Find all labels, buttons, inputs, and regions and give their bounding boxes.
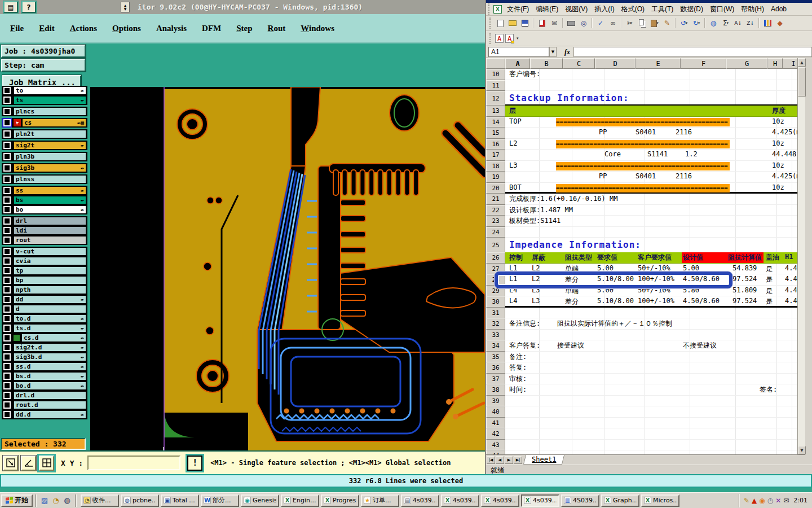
formula-input[interactable]	[573, 47, 812, 57]
row-header-42[interactable]: 42	[486, 428, 505, 440]
excel-menu-6[interactable]: 数据(D)	[677, 3, 706, 15]
cam-menu-windows[interactable]: Windows	[301, 24, 334, 33]
cell-TH13[interactable]: 厚度	[772, 106, 785, 116]
sheet-row-13[interactable]: 层厚度	[505, 106, 805, 117]
cell-C26[interactable]: 阻抗类型	[565, 253, 592, 262]
cell-F27[interactable]: 5.00	[683, 264, 699, 272]
spelling-icon[interactable]: ✓	[595, 18, 606, 29]
layer-row-cs.d[interactable]: cs.d✒	[2, 333, 87, 343]
column-header-C[interactable]: C	[563, 58, 595, 69]
layer-row-d[interactable]: d	[2, 304, 87, 314]
layer-row-rout[interactable]: rout	[2, 235, 87, 245]
cam-menu-edit[interactable]: Edit	[39, 24, 55, 33]
cell-G26[interactable]: 阻抗计算值	[728, 253, 762, 262]
column-header-H[interactable]: H	[767, 58, 783, 69]
cell-A13[interactable]: 层	[509, 106, 516, 116]
pencil-icon[interactable]: ✎	[744, 497, 749, 505]
research-icon[interactable]: ∞	[607, 18, 619, 29]
scheduler-icon[interactable]: ◷	[767, 497, 773, 505]
cell-A23[interactable]: 板材类型:S1141	[509, 216, 561, 226]
row-header-35[interactable]: 35	[486, 352, 505, 363]
sheet-row-44[interactable]	[505, 450, 805, 454]
cut-icon[interactable]: ✂	[624, 18, 636, 29]
layer-row-sig2t[interactable]: sig2t✒	[2, 141, 87, 150]
sheet-row-31[interactable]	[505, 308, 805, 319]
cam-titlebar[interactable]: ▤ ? ▲▼ itor 9.02c2 (00@HY-HYCAM-PC037 - …	[0, 0, 485, 14]
sheet-row-32[interactable]: 备注信息:阻抗以实际计算值的＋／－１０％控制	[505, 318, 805, 330]
layer-checkbox[interactable]	[3, 108, 11, 115]
hyperlink-icon[interactable]: ◍	[708, 18, 719, 29]
row-header-20[interactable]: 20	[486, 183, 505, 194]
layer-checkbox[interactable]	[3, 97, 11, 104]
cell-A35[interactable]: 备注:	[509, 352, 527, 362]
cam-menu-step[interactable]: Step	[236, 24, 252, 33]
row-header-43[interactable]: 43	[486, 440, 505, 451]
cell-B27[interactable]: L2	[532, 264, 540, 272]
cell-E30[interactable]: 100+/-10%	[638, 297, 674, 305]
cell-I26[interactable]: H1	[785, 253, 793, 261]
layer-row-ss[interactable]: ss✒	[2, 186, 87, 195]
cell-D26[interactable]: 要求值	[597, 253, 617, 262]
layer-checkbox[interactable]	[3, 315, 11, 322]
excel-menu-1[interactable]: 编辑(E)	[533, 3, 561, 15]
sheet-row-38[interactable]: 时间:签名:	[505, 384, 805, 396]
layer-row-ts[interactable]: ts✒	[2, 95, 87, 105]
layer-checkbox[interactable]	[3, 344, 11, 351]
sheet-row-37[interactable]: 审核:	[505, 374, 805, 385]
task-button-10[interactable]: X4s039...	[481, 494, 519, 507]
row-header-11[interactable]: 11	[486, 80, 505, 91]
cell-A16[interactable]: L2	[509, 139, 517, 147]
cell-E17[interactable]: 1.2	[685, 150, 698, 158]
layer-checkbox[interactable]	[3, 87, 11, 94]
tab-prev-icon[interactable]: ◀	[496, 456, 504, 464]
tab-first-icon[interactable]: |◀	[487, 456, 495, 464]
layer-row-bo[interactable]: bo✒	[2, 205, 87, 214]
excel-menu-9[interactable]: Ad­ob	[768, 4, 789, 14]
layer-row-pln2t[interactable]: pln2t	[2, 129, 87, 139]
sheet-row-17[interactable]: CoreS11411.244.448(mil)	[505, 150, 805, 161]
row-header-33[interactable]: 33	[486, 330, 505, 341]
cell-C15[interactable]: PP	[599, 128, 607, 136]
excel-menu-7[interactable]: 窗口(W)	[707, 3, 737, 15]
cell-G29[interactable]: 51.809	[732, 286, 757, 294]
layer-row-sig3b.d[interactable]: sig3b.d✒	[2, 352, 87, 362]
toolbar-options-chevron[interactable]: ▾	[517, 36, 519, 41]
layer-checkbox[interactable]	[3, 296, 11, 303]
sheet-row-30[interactable]: L4L3差分5.10/8.00100+/-10%4.50/8.6097.524是…	[505, 296, 805, 308]
mail-icon[interactable]: ✉	[549, 18, 560, 29]
alert-triangle-icon[interactable]: ▲	[752, 497, 757, 505]
row-header-19[interactable]: 19	[486, 172, 505, 183]
row-header-25[interactable]: 25	[486, 238, 505, 252]
row-header-12[interactable]: 12	[486, 91, 505, 106]
sheet-row-26[interactable]: 控制屏蔽阻抗类型要求值客户要求值设计值阻抗计算值盖油H1Er	[505, 252, 805, 264]
layer-row-sig3b[interactable]: sig3b✒	[2, 163, 87, 173]
layer-row-sig2t.d[interactable]: sig2t.d✒	[2, 343, 87, 352]
cell-D30[interactable]: 5.10/8.00	[597, 297, 634, 305]
sheet-row-39[interactable]	[505, 396, 805, 407]
task-button-13[interactable]: XGraph...	[601, 494, 639, 507]
alert-bang-button[interactable]: !	[187, 456, 202, 471]
row-header-18[interactable]: 18	[486, 161, 505, 172]
layer-row-ss.d[interactable]: ss.d✒	[2, 362, 87, 371]
task-button-4[interactable]: ◉Genesis	[241, 494, 279, 507]
layer-checkbox[interactable]	[3, 267, 11, 274]
autosum-icon[interactable]: Σ▾	[720, 18, 731, 29]
layer-row-cvia[interactable]: cvia	[2, 256, 87, 266]
select-all-corner[interactable]	[486, 58, 505, 69]
task-button-9[interactable]: X4s039...	[441, 494, 479, 507]
sheet-row-24[interactable]	[505, 227, 805, 238]
cell-A30[interactable]: L4	[509, 297, 517, 305]
sheet-row-12[interactable]: Stackup Information:	[505, 91, 805, 106]
layer-checkbox[interactable]	[3, 142, 11, 149]
cell-M32[interactable]: 阻抗以实际计算值的＋／－１０％控制	[557, 319, 672, 329]
row-header-34[interactable]: 34	[486, 340, 505, 352]
cell-E15[interactable]: 2116	[676, 128, 692, 136]
excel-menu-8[interactable]: 帮助(H)	[738, 3, 767, 15]
layer-row-to.d[interactable]: to.d✒	[2, 314, 87, 323]
sheet-row-16[interactable]: ========================================…	[505, 139, 805, 150]
paste-icon[interactable]: ▾	[649, 18, 660, 29]
layer-checkbox[interactable]	[3, 176, 11, 183]
layer-checkbox[interactable]	[3, 373, 11, 380]
preview-icon[interactable]: ◎	[578, 18, 589, 29]
cell-H30[interactable]: 是	[766, 297, 773, 306]
